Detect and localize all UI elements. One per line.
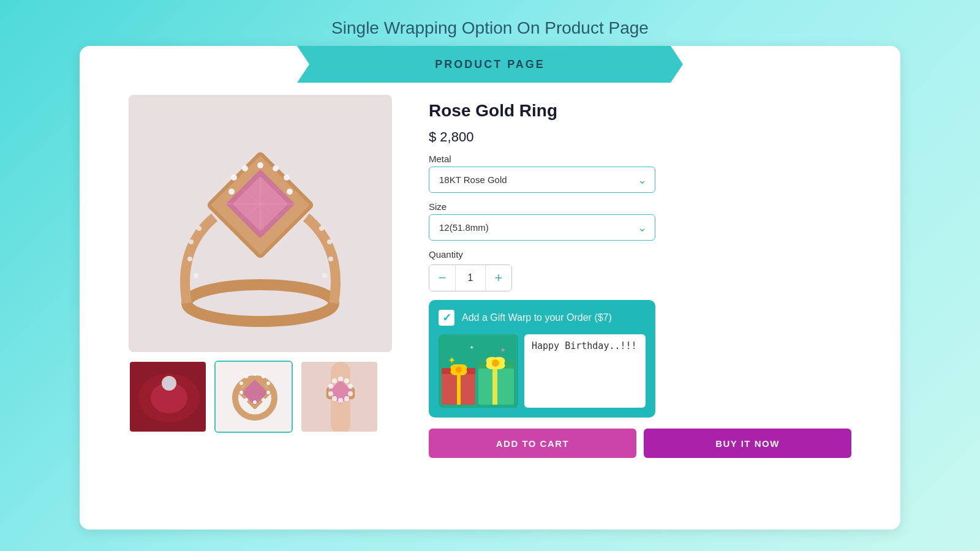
svg-point-53	[338, 377, 343, 381]
product-price: $ 2,800	[429, 129, 851, 145]
svg-point-34	[165, 380, 173, 387]
svg-point-75	[492, 359, 499, 367]
svg-point-5	[189, 239, 194, 244]
svg-text:✦: ✦	[469, 344, 474, 351]
gift-wrap-content: ✦ ✦ ✦	[439, 334, 646, 408]
svg-point-42	[266, 391, 270, 394]
thumbnail-1[interactable]	[129, 361, 207, 433]
quantity-section: Quantity − 1 +	[429, 249, 851, 291]
svg-point-12	[257, 162, 263, 168]
right-side: Rose Gold Ring $ 2,800 Metal 18KT Rose G…	[429, 95, 851, 458]
svg-point-44	[253, 400, 257, 404]
product-card: PRODUCT PAGE	[80, 46, 900, 530]
svg-point-60	[328, 391, 333, 396]
svg-point-21	[228, 189, 235, 195]
svg-point-47	[239, 381, 243, 385]
checkmark-icon: ✓	[442, 311, 451, 324]
metal-select[interactable]: 18KT Rose Gold 18KT White Gold 18KT Yell…	[429, 167, 655, 193]
left-side	[129, 95, 392, 433]
metal-label: Metal	[429, 154, 851, 164]
svg-point-55	[348, 384, 353, 389]
page-title: Single Wrapping Option On Product Page	[331, 18, 649, 38]
quantity-increase-button[interactable]: +	[486, 265, 511, 291]
thumbnail-3[interactable]	[300, 361, 379, 433]
svg-point-13	[273, 165, 279, 171]
size-label: Size	[429, 201, 851, 212]
svg-point-6	[197, 226, 202, 231]
main-content: Rose Gold Ring $ 2,800 Metal 18KT Rose G…	[80, 83, 900, 530]
size-section: Size 12(51.8mm) 13(52.5mm) 14(53.4mm) 15…	[429, 201, 851, 241]
svg-point-57	[344, 396, 349, 401]
quantity-label: Quantity	[429, 249, 851, 260]
gift-wrap-header: ✓ Add a Gift Warp to your Order ($7)	[439, 310, 646, 326]
gift-wrap-box: ✓ Add a Gift Warp to your Order ($7)	[429, 300, 655, 418]
svg-point-58	[338, 398, 343, 403]
quantity-decrease-button[interactable]: −	[429, 265, 455, 291]
action-buttons: ADD TO CART BUY IT NOW	[429, 429, 851, 458]
thumbnail-2[interactable]	[214, 361, 293, 433]
svg-point-61	[328, 384, 333, 389]
svg-point-46	[239, 391, 243, 394]
svg-point-48	[244, 375, 248, 378]
svg-point-22	[231, 174, 237, 181]
quantity-stepper: − 1 +	[429, 264, 512, 291]
banner-text: PRODUCT PAGE	[435, 58, 545, 71]
svg-point-10	[319, 226, 324, 231]
gift-wrap-label: Add a Gift Warp to your Order ($7)	[462, 312, 612, 323]
banner-wrap: PRODUCT PAGE	[297, 46, 683, 83]
svg-point-39	[253, 372, 257, 376]
metal-section: Metal 18KT Rose Gold 18KT White Gold 18K…	[429, 154, 851, 193]
gift-wrap-image: ✦ ✦ ✦	[439, 334, 518, 408]
buy-now-button[interactable]: BUY IT NOW	[644, 429, 851, 458]
svg-point-59	[332, 396, 337, 401]
svg-point-69	[456, 367, 462, 373]
add-to-cart-button[interactable]: ADD TO CART	[429, 429, 636, 458]
svg-point-41	[266, 381, 270, 385]
svg-point-7	[322, 273, 327, 278]
svg-point-40	[262, 375, 265, 378]
gift-wrap-checkbox[interactable]: ✓	[439, 310, 454, 326]
svg-point-15	[287, 189, 293, 195]
svg-point-8	[328, 257, 333, 261]
svg-point-9	[327, 239, 332, 244]
main-product-image	[129, 95, 392, 352]
svg-text:✦: ✦	[448, 355, 456, 365]
svg-point-54	[344, 378, 349, 383]
svg-point-45	[244, 398, 248, 402]
svg-point-14	[284, 174, 290, 181]
svg-point-43	[262, 398, 265, 402]
gift-message-input[interactable]	[524, 334, 646, 408]
thumbnail-row	[129, 361, 392, 433]
svg-point-23	[242, 165, 248, 171]
quantity-value: 1	[455, 265, 486, 291]
size-select[interactable]: 12(51.8mm) 13(52.5mm) 14(53.4mm) 15(54.4…	[429, 214, 655, 241]
svg-point-3	[194, 273, 198, 278]
svg-point-56	[348, 391, 353, 396]
svg-text:✦: ✦	[500, 346, 506, 354]
svg-point-62	[332, 378, 337, 383]
svg-point-4	[187, 257, 192, 261]
product-title: Rose Gold Ring	[429, 101, 851, 121]
